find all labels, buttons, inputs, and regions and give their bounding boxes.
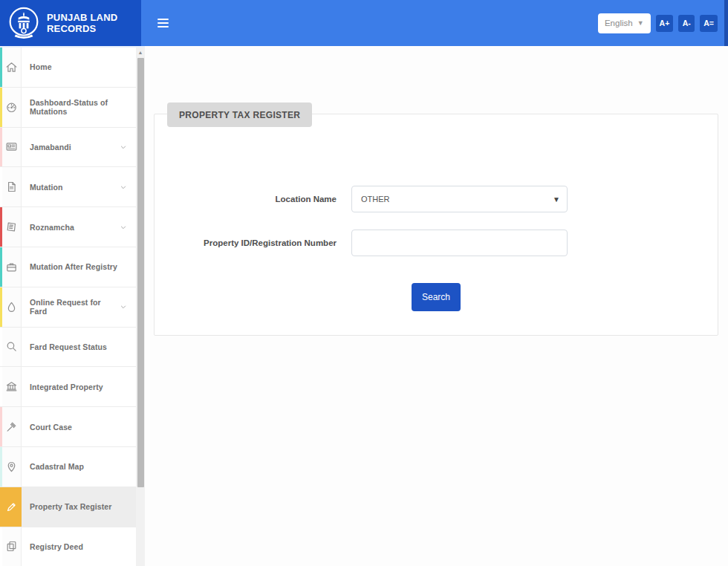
sidebar-item-label: Fard Request Status: [22, 328, 136, 367]
gavel-icon: [2, 407, 22, 446]
brand-logo-block[interactable]: PUNJAB LAND RECORDS: [0, 0, 141, 46]
sidebar-item-label: Integrated Property: [22, 367, 136, 406]
property-id-input[interactable]: [351, 230, 568, 256]
font-decrease-button[interactable]: A-: [678, 15, 695, 32]
sidebar-item-registry-deed[interactable]: Registry Deed: [0, 527, 136, 566]
sidebar-item-jamabandi[interactable]: Jamabandi: [0, 128, 136, 168]
sidebar-item-integrated-property[interactable]: Integrated Property: [0, 367, 136, 407]
chevron-down-icon: ▼: [637, 19, 644, 27]
sidebar-item-label: Cadastral Map: [22, 447, 136, 487]
property-id-label: Property ID/Registration Number: [155, 238, 337, 247]
dashboard-icon: [2, 88, 22, 127]
font-reset-button[interactable]: A=: [700, 15, 718, 32]
search-button[interactable]: Search: [412, 283, 461, 311]
sidebar-item-label: Online Request for Fard: [22, 287, 120, 327]
sidebar-item-label: Court Case: [22, 407, 136, 446]
scroll-up-arrow-icon[interactable]: ▲: [136, 50, 145, 55]
hamburger-icon[interactable]: [157, 16, 169, 30]
chevron-down-icon: [120, 128, 136, 167]
sidebar-item-label: Property Tax Register: [22, 487, 136, 527]
sidebar-item-label: Home: [22, 48, 136, 87]
main-content: PROPERTY TAX REGISTER Location Name OTHE…: [145, 46, 728, 566]
location-select[interactable]: OTHER ▼: [351, 186, 568, 212]
scrollbar-thumb[interactable]: [137, 58, 144, 487]
sidebar-item-label: Jamabandi: [22, 128, 120, 167]
sidebar-item-fard-request-status[interactable]: Fard Request Status: [0, 328, 136, 368]
pencil-icon: [2, 487, 22, 527]
sidebar-item-home[interactable]: Home: [0, 48, 136, 88]
brand-title: PUNJAB LAND RECORDS: [47, 12, 135, 34]
file-icon: [2, 167, 22, 206]
property-tax-register-panel: Location Name OTHER ▼ Property ID/Regist…: [154, 114, 718, 336]
sidebar-scrollbar[interactable]: ▲: [136, 48, 145, 566]
top-navbar: PUNJAB LAND RECORDS English ▼ A+ A- A=: [0, 0, 728, 46]
briefcase-icon: [2, 247, 22, 287]
sidebar-item-label: Mutation After Registry: [22, 247, 136, 287]
search-icon: [2, 328, 22, 367]
punjab-emblem-icon: [7, 6, 40, 40]
chevron-down-icon: ▼: [553, 195, 560, 204]
sidebar-item-online-request-for-fard[interactable]: Online Request for Fard: [0, 287, 136, 328]
chevron-down-icon: [120, 167, 136, 206]
sidebar-item-label: Mutation: [22, 167, 120, 206]
window-scrollbar[interactable]: [724, 0, 728, 46]
droplet-icon: [2, 287, 22, 327]
sidebar-item-label: Roznamcha: [22, 207, 120, 247]
chevron-down-icon: [120, 287, 136, 327]
language-selected: English: [605, 19, 633, 27]
home-icon: [2, 48, 22, 87]
sidebar-item-label: Registry Deed: [22, 527, 136, 566]
chevron-down-icon: [120, 207, 136, 247]
page-title: PROPERTY TAX REGISTER: [167, 103, 312, 127]
language-select[interactable]: English ▼: [598, 13, 651, 33]
sidebar-item-mutation-after-registry[interactable]: Mutation After Registry: [0, 247, 136, 287]
sidebar-item-label: Dashboard-Status of Mutations: [22, 88, 136, 127]
sidebar-item-court-case[interactable]: Court Case: [0, 407, 136, 447]
sidebar-item-cadastral-map[interactable]: Cadastral Map: [0, 447, 136, 487]
sidebar-item-mutation[interactable]: Mutation: [0, 167, 136, 207]
sidebar-item-roznamcha[interactable]: Roznamcha: [0, 207, 136, 247]
font-increase-button[interactable]: A+: [656, 15, 674, 32]
location-name-label: Location Name: [155, 195, 337, 204]
map-marker-icon: [2, 447, 22, 487]
bank-icon: [2, 367, 22, 406]
sidebar-nav: Home Dashboard-Status of Mutations Jamab…: [0, 46, 145, 566]
id-card-icon: [2, 128, 22, 167]
sidebar-item-dashboard-status-of-mutations[interactable]: Dashboard-Status of Mutations: [0, 88, 136, 128]
location-selected-value: OTHER: [361, 195, 390, 204]
journal-icon: [2, 207, 22, 247]
copy-icon: [2, 527, 22, 566]
sidebar-item-property-tax-register[interactable]: Property Tax Register: [0, 487, 136, 527]
